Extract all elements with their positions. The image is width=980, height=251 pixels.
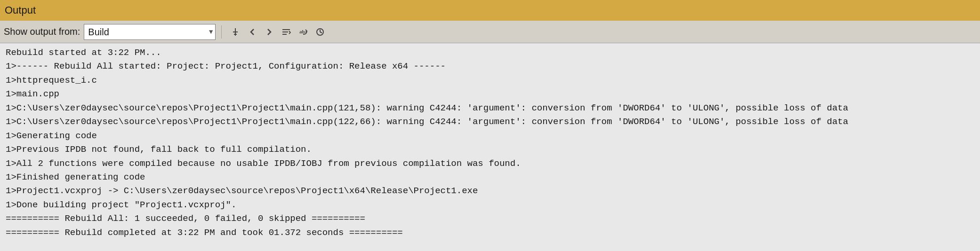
output-line: 1>httprequest_i.c — [6, 74, 974, 87]
show-output-dropdown[interactable]: Build Debug General — [84, 24, 216, 40]
output-line: 1>Generating code — [6, 129, 974, 143]
output-line: 1>Finished generating code — [6, 171, 974, 184]
output-line: 1>C:\Users\zer0daysec\source\repos\Proje… — [6, 102, 974, 115]
dropdown-container: Build Debug General ▼ — [84, 24, 216, 40]
output-panel: Output Show output from: Build Debug Gen… — [0, 0, 980, 251]
word-wrap-button[interactable]: ab — [295, 25, 311, 39]
output-line: 1>C:\Users\zer0daysec\source\repos\Proje… — [6, 115, 974, 129]
title-bar: Output — [0, 0, 980, 21]
history-button[interactable] — [312, 25, 328, 39]
output-line: 1>All 2 functions were compiled because … — [6, 157, 974, 171]
output-line: 1>Previous IPDB not found, fall back to … — [6, 143, 974, 157]
toolbar-separator-1 — [221, 25, 222, 39]
title-bar-label: Output — [5, 4, 36, 16]
output-line: 1>Project1.vcxproj -> C:\Users\zer0dayse… — [6, 184, 974, 198]
svg-line-10 — [320, 32, 322, 33]
scroll-left-button[interactable] — [244, 25, 260, 39]
output-line: Rebuild started at 3:22 PM... — [6, 46, 974, 60]
output-content-area[interactable]: Rebuild started at 3:22 PM...1>------ Re… — [0, 43, 980, 251]
toolbar-buttons: ab — [227, 25, 328, 39]
output-line: ========== Rebuild completed at 3:22 PM … — [6, 226, 974, 240]
svg-text:ab: ab — [299, 29, 305, 34]
output-line: 1>Done building project "Project1.vcxpro… — [6, 198, 974, 212]
toolbar: Show output from: Build Debug General ▼ — [0, 21, 980, 43]
wrap-lines-icon — [281, 27, 291, 37]
show-output-label: Show output from: — [4, 26, 80, 37]
clock-icon — [315, 27, 325, 37]
output-line: 1>main.cpp — [6, 87, 974, 101]
scroll-right-icon — [265, 27, 274, 37]
pin-bottom-button[interactable] — [227, 25, 243, 39]
pin-icon — [231, 27, 240, 37]
scroll-right-button[interactable] — [261, 25, 277, 39]
output-lines: Rebuild started at 3:22 PM...1>------ Re… — [6, 46, 974, 240]
scroll-left-icon — [248, 27, 257, 37]
output-line: ========== Rebuild All: 1 succeeded, 0 f… — [6, 212, 974, 226]
wrap-lines-button[interactable] — [278, 25, 294, 39]
word-wrap-icon: ab — [298, 27, 308, 37]
output-line: 1>------ Rebuild All started: Project: P… — [6, 60, 974, 73]
